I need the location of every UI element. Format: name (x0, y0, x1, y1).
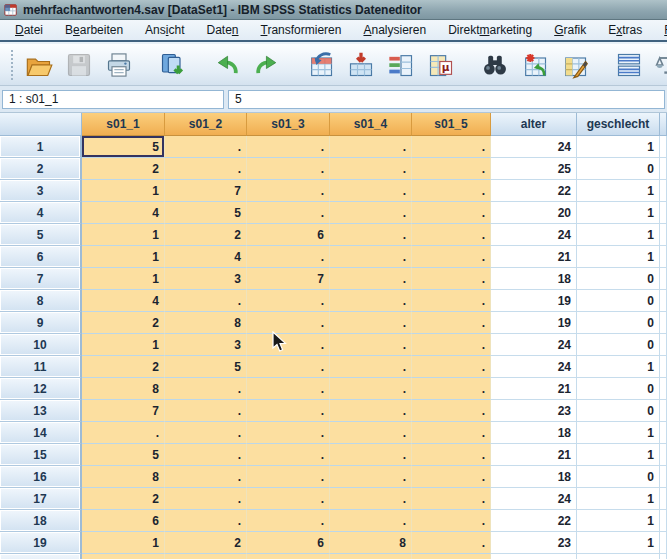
data-cell[interactable]: 2 (82, 488, 165, 510)
data-cell[interactable]: 1 (577, 532, 660, 554)
data-cell[interactable]: 21 (491, 444, 577, 466)
data-cell[interactable]: 1 (577, 422, 660, 444)
data-cell[interactable]: 1 (577, 356, 660, 378)
data-cell[interactable]: 4 (82, 290, 165, 312)
data-cell[interactable]: 19 (491, 290, 577, 312)
data-cell[interactable]: 21 (491, 246, 577, 268)
data-cell[interactable]: . (412, 488, 491, 510)
data-cell[interactable]: 5 (82, 136, 165, 158)
data-cell[interactable]: 8 (330, 532, 412, 554)
data-cell[interactable]: . (330, 224, 412, 246)
data-cell[interactable]: . (412, 136, 491, 158)
data-cell[interactable]: 1 (577, 488, 660, 510)
data-cell[interactable]: 0 (577, 400, 660, 422)
data-cell[interactable]: . (330, 312, 412, 334)
data-cell[interactable]: 0 (577, 312, 660, 334)
column-header-geschlecht[interactable]: geschlecht (577, 113, 660, 136)
data-cell[interactable]: . (330, 158, 412, 180)
data-cell[interactable]: 24 (491, 356, 577, 378)
data-cell[interactable] (247, 554, 330, 559)
data-cell[interactable]: . (247, 246, 330, 268)
data-cell[interactable]: . (247, 444, 330, 466)
data-cell[interactable]: 21 (491, 378, 577, 400)
data-cell[interactable]: . (412, 510, 491, 532)
data-cell[interactable]: 0 (577, 290, 660, 312)
data-cell[interactable]: . (165, 444, 247, 466)
menu-item-direktmarketing[interactable]: Direktmarketing (437, 21, 543, 39)
data-cell[interactable]: . (247, 202, 330, 224)
data-cell[interactable]: . (82, 422, 165, 444)
data-cell[interactable]: 2 (82, 312, 165, 334)
data-cell[interactable] (577, 554, 660, 559)
row-number[interactable]: 14 (0, 422, 82, 444)
data-cell[interactable]: 1 (577, 202, 660, 224)
data-cell[interactable]: . (247, 466, 330, 488)
menu-item-extras[interactable]: Extras (597, 21, 653, 39)
row-number[interactable]: 2 (0, 158, 82, 180)
data-cell[interactable]: 2 (82, 158, 165, 180)
data-cell[interactable]: . (247, 378, 330, 400)
cell-editor-box[interactable]: 5 (228, 90, 665, 109)
data-cell[interactable]: 1 (82, 532, 165, 554)
data-cell[interactable]: . (330, 180, 412, 202)
print-button[interactable] (102, 48, 136, 82)
column-header-s01_2[interactable]: s01_2 (165, 113, 247, 136)
data-cell[interactable]: 23 (491, 532, 577, 554)
data-cell[interactable]: 1 (577, 136, 660, 158)
data-cell[interactable]: 3 (165, 268, 247, 290)
data-cell[interactable]: 5 (165, 356, 247, 378)
data-cell[interactable]: 5 (165, 202, 247, 224)
data-cell[interactable]: . (247, 422, 330, 444)
menu-item-daten[interactable]: Daten (195, 21, 249, 39)
data-cell[interactable]: . (247, 136, 330, 158)
data-cell[interactable]: 18 (491, 268, 577, 290)
data-cell[interactable]: . (165, 378, 247, 400)
data-cell[interactable]: . (247, 488, 330, 510)
data-cell[interactable]: 18 (491, 466, 577, 488)
row-number[interactable]: 18 (0, 510, 82, 532)
data-cell[interactable]: 1 (82, 334, 165, 356)
data-cell[interactable]: . (247, 290, 330, 312)
data-cell[interactable]: 22 (491, 180, 577, 202)
data-cell[interactable]: . (247, 312, 330, 334)
data-cell[interactable]: . (412, 224, 491, 246)
open-file-button[interactable] (22, 48, 56, 82)
data-cell[interactable]: . (412, 290, 491, 312)
row-number[interactable]: 15 (0, 444, 82, 466)
column-header-alter[interactable]: alter (491, 113, 577, 136)
row-number[interactable]: 19 (0, 532, 82, 554)
data-cell[interactable] (82, 554, 165, 559)
data-cell[interactable]: 1 (577, 180, 660, 202)
data-cell[interactable]: . (247, 356, 330, 378)
data-cell[interactable]: . (412, 246, 491, 268)
data-cell[interactable]: 0 (577, 378, 660, 400)
data-cell[interactable]: 24 (491, 334, 577, 356)
row-number[interactable]: 3 (0, 180, 82, 202)
data-cell[interactable]: . (412, 334, 491, 356)
find-button[interactable] (478, 48, 512, 82)
data-cell[interactable]: 0 (577, 466, 660, 488)
insert-variable-button[interactable] (558, 48, 592, 82)
row-number[interactable]: 17 (0, 488, 82, 510)
redo-button[interactable] (250, 48, 284, 82)
data-cell[interactable]: . (247, 180, 330, 202)
data-cell[interactable]: 7 (165, 180, 247, 202)
data-cell[interactable]: . (330, 136, 412, 158)
menu-item-ansicht[interactable]: Ansicht (134, 21, 195, 39)
data-cell[interactable]: . (330, 400, 412, 422)
row-number[interactable]: 13 (0, 400, 82, 422)
data-cell[interactable]: . (247, 158, 330, 180)
data-cell[interactable]: 18 (491, 422, 577, 444)
split-file-button[interactable] (612, 48, 646, 82)
data-cell[interactable]: 24 (491, 224, 577, 246)
data-cell[interactable]: . (412, 312, 491, 334)
data-cell[interactable]: 1 (82, 224, 165, 246)
row-number[interactable]: 4 (0, 202, 82, 224)
menu-item-bearbeiten[interactable]: Bearbeiten (54, 21, 134, 39)
menu-item-transformieren[interactable]: Transformieren (250, 21, 353, 39)
data-cell[interactable]: . (412, 158, 491, 180)
data-cell[interactable]: . (330, 422, 412, 444)
data-cell[interactable]: 0 (577, 158, 660, 180)
data-cell[interactable]: 8 (82, 378, 165, 400)
menu-item-fe[interactable]: Fe (653, 21, 667, 39)
